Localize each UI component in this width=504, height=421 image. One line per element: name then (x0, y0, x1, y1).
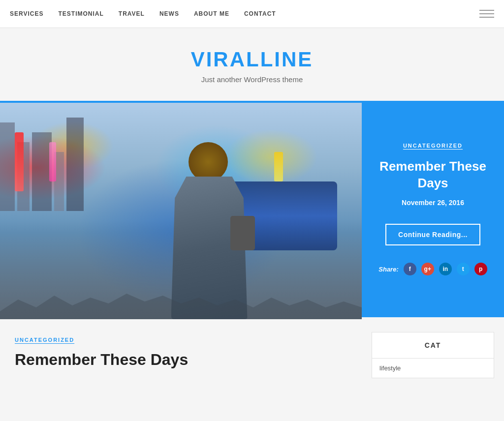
nav-services[interactable]: SERVICES (10, 10, 43, 17)
navbar: SERVICES TESTIMONIAL TRAVEL NEWS ABOUT M… (0, 0, 504, 28)
hero-section: UNCATEGORIZED Remember These Days Novemb… (0, 101, 504, 317)
widget-title: CAT (372, 332, 494, 359)
nav-news[interactable]: NEWS (159, 10, 179, 17)
hero-date: November 26, 2016 (402, 199, 464, 207)
continue-reading-button[interactable]: Continue Reading... (385, 224, 480, 245)
nav-travel[interactable]: TRAVEL (119, 10, 145, 17)
main-content: UNCATEGORIZED Remember These Days CAT li… (0, 317, 504, 393)
post-preview-category[interactable]: UNCATEGORIZED (15, 337, 347, 343)
linkedin-share-icon[interactable]: in (439, 263, 452, 275)
nav-contact[interactable]: CONTACT (244, 10, 276, 17)
site-title: VIRALLINE (10, 48, 494, 71)
google-plus-share-icon[interactable]: g+ (421, 263, 434, 275)
hamburger-icon[interactable] (479, 13, 494, 14)
share-bar: Share: f g+ in t p (378, 263, 487, 275)
hero-info-panel: UNCATEGORIZED Remember These Days Novemb… (362, 103, 504, 315)
post-preview-title: Remember These Days (15, 350, 347, 369)
nav-testimonial[interactable]: TESTIMONIAL (58, 10, 103, 17)
person-figure (161, 142, 260, 319)
share-label: Share: (378, 266, 398, 273)
posts-area: UNCATEGORIZED Remember These Days (0, 317, 362, 393)
facebook-share-icon[interactable]: f (404, 263, 416, 275)
pinterest-share-icon[interactable]: p (474, 263, 487, 275)
twitter-share-icon[interactable]: t (457, 263, 470, 275)
site-header: VIRALLINE Just another WordPress theme (0, 28, 504, 101)
category-widget: CAT lifestyle (372, 332, 494, 378)
hero-title: Remember These Days (374, 158, 492, 192)
site-tagline: Just another WordPress theme (10, 75, 494, 84)
hero-image (0, 103, 362, 319)
sidebar: CAT lifestyle (362, 317, 504, 393)
nav-about-me[interactable]: ABOUT ME (194, 10, 229, 17)
hero-category[interactable]: UNCATEGORIZED (403, 143, 463, 149)
category-item-lifestyle[interactable]: lifestyle (372, 359, 494, 378)
